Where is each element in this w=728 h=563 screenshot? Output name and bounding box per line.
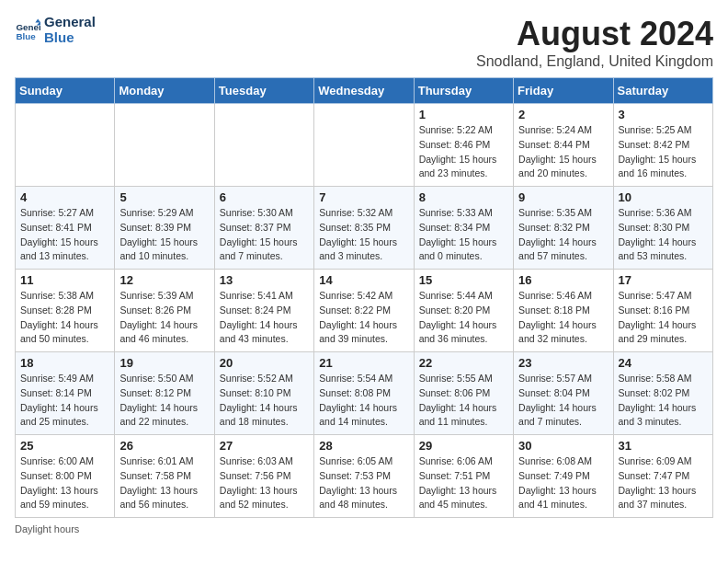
- day-info: Sunrise: 6:08 AM Sunset: 7:49 PM Dayligh…: [518, 454, 608, 512]
- day-number: 27: [220, 439, 309, 453]
- logo: General Blue General Blue: [15, 15, 96, 45]
- day-info: Sunrise: 6:09 AM Sunset: 7:47 PM Dayligh…: [619, 454, 708, 512]
- logo-general: General: [44, 15, 96, 30]
- calendar-cell: 15Sunrise: 5:44 AM Sunset: 8:20 PM Dayli…: [414, 270, 513, 352]
- day-number: 8: [419, 190, 508, 204]
- calendar-cell: [214, 104, 313, 187]
- calendar-cell: [314, 104, 414, 187]
- day-number: 9: [518, 190, 608, 204]
- day-number: 18: [20, 356, 109, 370]
- day-info: Sunrise: 5:47 AM Sunset: 8:16 PM Dayligh…: [619, 289, 708, 347]
- day-number: 30: [518, 439, 608, 453]
- day-info: Sunrise: 5:54 AM Sunset: 8:08 PM Dayligh…: [319, 372, 408, 430]
- day-number: 23: [518, 356, 608, 370]
- day-info: Sunrise: 5:44 AM Sunset: 8:20 PM Dayligh…: [419, 289, 508, 347]
- svg-text:Blue: Blue: [16, 30, 36, 40]
- calendar-cell: 19Sunrise: 5:50 AM Sunset: 8:12 PM Dayli…: [115, 352, 214, 435]
- calendar-cell: 18Sunrise: 5:49 AM Sunset: 8:14 PM Dayli…: [16, 352, 115, 435]
- day-info: Sunrise: 5:58 AM Sunset: 8:02 PM Dayligh…: [619, 372, 708, 430]
- day-info: Sunrise: 5:22 AM Sunset: 8:46 PM Dayligh…: [419, 123, 508, 181]
- svg-marker-2: [35, 18, 40, 22]
- calendar-cell: 14Sunrise: 5:42 AM Sunset: 8:22 PM Dayli…: [314, 270, 414, 352]
- day-number: 21: [319, 356, 408, 370]
- calendar-cell: 11Sunrise: 5:38 AM Sunset: 8:28 PM Dayli…: [16, 270, 115, 352]
- day-number: 5: [119, 190, 209, 204]
- calendar-week-1: 1Sunrise: 5:22 AM Sunset: 8:46 PM Daylig…: [16, 104, 713, 187]
- calendar-cell: 10Sunrise: 5:36 AM Sunset: 8:30 PM Dayli…: [613, 187, 712, 270]
- day-info: Sunrise: 6:06 AM Sunset: 7:51 PM Dayligh…: [419, 454, 508, 512]
- day-info: Sunrise: 5:52 AM Sunset: 8:10 PM Dayligh…: [220, 372, 309, 430]
- day-number: 10: [619, 190, 708, 204]
- calendar-cell: [16, 104, 115, 187]
- calendar-cell: 8Sunrise: 5:33 AM Sunset: 8:34 PM Daylig…: [414, 187, 513, 270]
- calendar-header-row: SundayMondayTuesdayWednesdayThursdayFrid…: [16, 78, 713, 104]
- calendar-cell: 3Sunrise: 5:25 AM Sunset: 8:42 PM Daylig…: [613, 104, 712, 187]
- calendar-cell: 17Sunrise: 5:47 AM Sunset: 8:16 PM Dayli…: [613, 270, 712, 352]
- title-block: August 2024 Snodland, England, United Ki…: [476, 15, 713, 70]
- calendar-cell: 9Sunrise: 5:35 AM Sunset: 8:32 PM Daylig…: [514, 187, 613, 270]
- day-number: 4: [20, 190, 109, 204]
- day-number: 6: [220, 190, 309, 204]
- day-info: Sunrise: 5:33 AM Sunset: 8:34 PM Dayligh…: [419, 206, 508, 264]
- day-number: 7: [319, 190, 408, 204]
- day-number: 31: [619, 439, 708, 453]
- calendar-cell: 7Sunrise: 5:32 AM Sunset: 8:35 PM Daylig…: [314, 187, 414, 270]
- day-info: Sunrise: 6:00 AM Sunset: 8:00 PM Dayligh…: [20, 454, 109, 512]
- day-number: 29: [419, 439, 508, 453]
- calendar-cell: 30Sunrise: 6:08 AM Sunset: 7:49 PM Dayli…: [514, 435, 613, 518]
- day-info: Sunrise: 5:50 AM Sunset: 8:12 PM Dayligh…: [119, 372, 209, 430]
- day-number: 14: [319, 273, 408, 287]
- calendar-cell: 27Sunrise: 6:03 AM Sunset: 7:56 PM Dayli…: [214, 435, 313, 518]
- day-info: Sunrise: 5:25 AM Sunset: 8:42 PM Dayligh…: [619, 123, 708, 181]
- calendar-cell: 22Sunrise: 5:55 AM Sunset: 8:06 PM Dayli…: [414, 352, 513, 435]
- column-header-saturday: Saturday: [613, 78, 712, 104]
- calendar-table: SundayMondayTuesdayWednesdayThursdayFrid…: [15, 77, 713, 518]
- day-info: Sunrise: 5:29 AM Sunset: 8:39 PM Dayligh…: [119, 206, 209, 264]
- day-info: Sunrise: 5:30 AM Sunset: 8:37 PM Dayligh…: [220, 206, 309, 264]
- day-info: Sunrise: 5:35 AM Sunset: 8:32 PM Dayligh…: [518, 206, 608, 264]
- column-header-wednesday: Wednesday: [314, 78, 414, 104]
- calendar-cell: 12Sunrise: 5:39 AM Sunset: 8:26 PM Dayli…: [115, 270, 214, 352]
- day-info: Sunrise: 5:57 AM Sunset: 8:04 PM Dayligh…: [518, 372, 608, 430]
- day-number: 28: [319, 439, 408, 453]
- day-info: Sunrise: 5:36 AM Sunset: 8:30 PM Dayligh…: [619, 206, 708, 264]
- day-number: 11: [20, 273, 109, 287]
- day-number: 15: [419, 273, 508, 287]
- day-info: Sunrise: 5:49 AM Sunset: 8:14 PM Dayligh…: [20, 372, 109, 430]
- day-number: 26: [119, 439, 209, 453]
- day-number: 3: [619, 108, 708, 121]
- day-number: 16: [518, 273, 608, 287]
- column-header-thursday: Thursday: [414, 78, 513, 104]
- calendar-cell: 4Sunrise: 5:27 AM Sunset: 8:41 PM Daylig…: [16, 187, 115, 270]
- column-header-tuesday: Tuesday: [214, 78, 313, 104]
- day-info: Sunrise: 6:01 AM Sunset: 7:58 PM Dayligh…: [119, 454, 209, 512]
- calendar-cell: 16Sunrise: 5:46 AM Sunset: 8:18 PM Dayli…: [514, 270, 613, 352]
- day-info: Sunrise: 6:05 AM Sunset: 7:53 PM Dayligh…: [319, 454, 408, 512]
- month-title: August 2024: [476, 15, 713, 53]
- page-header: General Blue General Blue August 2024 Sn…: [15, 15, 713, 70]
- calendar-cell: 26Sunrise: 6:01 AM Sunset: 7:58 PM Dayli…: [115, 435, 214, 518]
- day-number: 12: [119, 273, 209, 287]
- day-info: Sunrise: 5:46 AM Sunset: 8:18 PM Dayligh…: [518, 289, 608, 347]
- column-header-friday: Friday: [514, 78, 613, 104]
- day-info: Sunrise: 5:41 AM Sunset: 8:24 PM Dayligh…: [220, 289, 309, 347]
- logo-blue: Blue: [44, 30, 96, 46]
- column-header-monday: Monday: [115, 78, 214, 104]
- calendar-cell: 1Sunrise: 5:22 AM Sunset: 8:46 PM Daylig…: [414, 104, 513, 187]
- day-number: 19: [119, 356, 209, 370]
- day-info: Sunrise: 5:27 AM Sunset: 8:41 PM Dayligh…: [20, 206, 109, 264]
- calendar-cell: 2Sunrise: 5:24 AM Sunset: 8:44 PM Daylig…: [514, 104, 613, 187]
- day-number: 1: [419, 108, 508, 121]
- logo-icon: General Blue: [15, 17, 40, 43]
- calendar-week-4: 18Sunrise: 5:49 AM Sunset: 8:14 PM Dayli…: [16, 352, 713, 435]
- day-number: 24: [619, 356, 708, 370]
- calendar-week-3: 11Sunrise: 5:38 AM Sunset: 8:28 PM Dayli…: [16, 270, 713, 352]
- day-number: 13: [220, 273, 309, 287]
- calendar-cell: 5Sunrise: 5:29 AM Sunset: 8:39 PM Daylig…: [115, 187, 214, 270]
- day-number: 2: [518, 108, 608, 121]
- calendar-cell: 13Sunrise: 5:41 AM Sunset: 8:24 PM Dayli…: [214, 270, 313, 352]
- calendar-week-5: 25Sunrise: 6:00 AM Sunset: 8:00 PM Dayli…: [16, 435, 713, 518]
- day-info: Sunrise: 5:39 AM Sunset: 8:26 PM Dayligh…: [119, 289, 209, 347]
- calendar-cell: 23Sunrise: 5:57 AM Sunset: 8:04 PM Dayli…: [514, 352, 613, 435]
- day-number: 25: [20, 439, 109, 453]
